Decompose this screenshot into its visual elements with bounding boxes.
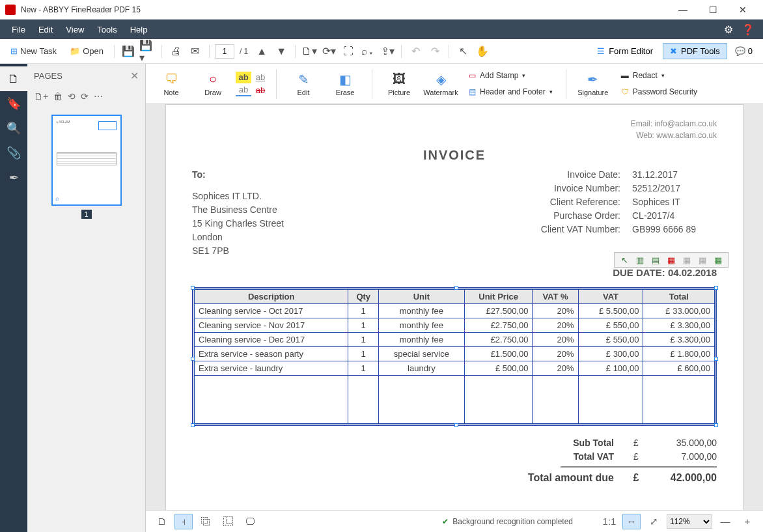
draw-button[interactable]: ○Draw bbox=[194, 66, 232, 102]
next-page-icon[interactable]: ▼ bbox=[273, 43, 290, 60]
watermark-button[interactable]: ◈Watermark bbox=[422, 66, 460, 102]
highlight-group: ab ab ab ab bbox=[236, 72, 268, 96]
table-header: Qty bbox=[348, 290, 379, 304]
zoom-in-icon[interactable]: + bbox=[738, 514, 756, 529]
fit-page-icon[interactable]: ⤢ bbox=[645, 514, 663, 529]
document-canvas[interactable]: Email: info@aclam.co.uk Web: www.aclam.c… bbox=[146, 104, 763, 510]
window-title: New - ABBYY FineReader PDF 15 bbox=[21, 5, 668, 14]
table-selection[interactable]: DescriptionQtyUnitUnit PriceVAT %VATTota… bbox=[192, 287, 717, 426]
signatures-tab-icon[interactable]: ✒ bbox=[0, 165, 27, 190]
table-op2-icon[interactable]: ▦ bbox=[695, 253, 710, 266]
bookmarks-tab-icon[interactable]: 🔖 bbox=[0, 91, 27, 116]
single-page-icon[interactable]: 🗋 bbox=[152, 514, 171, 529]
menubar: File Edit View Tools Help ⚙ ❓ bbox=[0, 20, 763, 39]
contact-info: Email: info@aclam.co.uk Web: www.aclam.c… bbox=[192, 118, 717, 141]
note-button[interactable]: 🗨Note bbox=[152, 66, 190, 102]
invoice-title: INVOICE bbox=[192, 148, 717, 163]
gear-icon[interactable]: ⚙ bbox=[719, 20, 738, 39]
minimize-button[interactable]: — bbox=[668, 0, 698, 20]
table-header: VAT bbox=[578, 290, 643, 304]
select-tool-icon[interactable]: ↖ bbox=[617, 253, 631, 266]
pdf-tools-ribbon: 🗨Note ○Draw ab ab ab ab ✎Edit ◧Erase 🖼Pi… bbox=[146, 64, 763, 104]
table-header: Unit bbox=[378, 290, 464, 304]
pages-tab-icon[interactable]: 🗋 bbox=[0, 66, 27, 91]
zoom-select[interactable]: 112% bbox=[667, 514, 712, 529]
signature-button[interactable]: ✒Signature bbox=[574, 66, 612, 102]
hand-icon[interactable]: ✋ bbox=[474, 43, 491, 60]
split-vertical-icon[interactable]: ▥ bbox=[633, 253, 647, 266]
erase-button[interactable]: ◧Erase bbox=[326, 66, 364, 102]
table-header: VAT % bbox=[533, 290, 578, 304]
maximize-button[interactable]: ☐ bbox=[698, 0, 728, 20]
more-panel-icon[interactable]: ⋯ bbox=[94, 91, 103, 102]
main-toolbar: ⊞New Task 📁Open 💾 💾▾ 🖨 ✉ / 1 ▲ ▼ 🗋▾ ⟳▾ ⛶… bbox=[0, 39, 763, 64]
sidebar-icon-strip: 🗋 🔖 🔍 📎 ✒ bbox=[0, 64, 27, 532]
pages-panel-title: PAGES bbox=[34, 71, 62, 81]
menu-view[interactable]: View bbox=[59, 22, 90, 37]
redact-button[interactable]: ▬Redact▾ bbox=[616, 68, 702, 83]
menu-tools[interactable]: Tools bbox=[90, 22, 123, 37]
table-op-icon[interactable]: ▦ bbox=[680, 253, 694, 266]
table-row: Cleaning service - Oct 20171monthly fee£… bbox=[195, 304, 715, 318]
menu-edit[interactable]: Edit bbox=[32, 22, 59, 37]
edit-button[interactable]: ✎Edit bbox=[284, 66, 322, 102]
merge-cells-icon[interactable]: ▦ bbox=[664, 253, 678, 266]
zoom-out-icon[interactable]: — bbox=[716, 514, 734, 529]
delete-page-panel-icon[interactable]: 🗑 bbox=[53, 91, 62, 102]
highlight-icon[interactable]: ab bbox=[236, 72, 251, 83]
strikethrough-icon[interactable]: ab bbox=[253, 85, 268, 96]
print-icon[interactable]: 🖨 bbox=[167, 43, 184, 60]
mail-icon[interactable]: ✉ bbox=[187, 43, 204, 60]
due-date: DUE DATE: 04.02.2018 bbox=[192, 267, 717, 278]
close-button[interactable]: ✕ bbox=[728, 0, 758, 20]
pointer-icon[interactable]: ↖ bbox=[454, 43, 471, 60]
menu-file[interactable]: File bbox=[5, 22, 32, 37]
double-underline-icon[interactable]: ab bbox=[236, 85, 251, 96]
picture-button[interactable]: 🖼Picture bbox=[380, 66, 418, 102]
export-icon[interactable]: ⇪▾ bbox=[379, 43, 396, 60]
open-button[interactable]: 📁Open bbox=[64, 42, 109, 61]
page-thumbnail-1[interactable]: ♦ ACLAM ⌕ bbox=[51, 115, 122, 206]
ocr-icon[interactable]: ⌕▾ bbox=[359, 43, 376, 60]
prev-page-icon[interactable]: ▲ bbox=[253, 43, 270, 60]
search-tab-icon[interactable]: 🔍 bbox=[0, 116, 27, 141]
attachments-tab-icon[interactable]: 📎 bbox=[0, 141, 27, 165]
to-address: To: Sophices IT LTD. The Business Centre… bbox=[192, 168, 284, 258]
header-footer-button[interactable]: ▤Header and Footer▾ bbox=[464, 84, 558, 100]
help-icon[interactable]: ❓ bbox=[738, 20, 758, 39]
pdf-tools-button[interactable]: ✖PDF Tools bbox=[663, 43, 727, 59]
add-stamp-button[interactable]: ▭Add Stamp▾ bbox=[464, 68, 558, 83]
rotate-left-panel-icon[interactable]: ⟲ bbox=[68, 91, 76, 102]
save-as-icon[interactable]: 💾▾ bbox=[139, 43, 156, 60]
new-task-button[interactable]: ⊞New Task bbox=[5, 42, 62, 61]
add-page-icon[interactable]: 🗋▾ bbox=[301, 43, 318, 60]
form-editor-button[interactable]: ☰Form Editor bbox=[590, 43, 660, 59]
two-continuous-icon[interactable]: ⿺ bbox=[219, 514, 237, 529]
invoice-meta: Invoice Date:31.12.2017 Invoice Number:5… bbox=[541, 168, 717, 258]
menu-help[interactable]: Help bbox=[124, 22, 154, 37]
two-page-icon[interactable]: ⿻ bbox=[197, 514, 215, 529]
rotate-right-panel-icon[interactable]: ⟳ bbox=[81, 91, 89, 102]
underline-icon[interactable]: ab bbox=[253, 72, 268, 83]
split-horizontal-icon[interactable]: ▤ bbox=[648, 253, 663, 266]
close-panel-icon[interactable]: ✕ bbox=[130, 70, 139, 82]
continuous-icon[interactable]: ⫞ bbox=[174, 514, 193, 529]
fit-width-icon[interactable]: ↔ bbox=[622, 514, 641, 529]
password-security-button[interactable]: 🛡Password Security bbox=[616, 84, 702, 100]
comments-button[interactable]: 💬0 bbox=[730, 44, 758, 59]
thumb-number: 1 bbox=[81, 210, 92, 219]
undo-icon[interactable]: ↶ bbox=[407, 43, 424, 60]
crop-icon[interactable]: ⛶ bbox=[340, 43, 357, 60]
redo-icon[interactable]: ↷ bbox=[426, 43, 443, 60]
fullscreen-icon[interactable]: 🖵 bbox=[241, 514, 259, 529]
table-type-icon[interactable]: ▦ bbox=[711, 253, 725, 266]
page-input[interactable] bbox=[215, 44, 234, 59]
table-row: Cleaning service - Dec 20171monthly fee£… bbox=[195, 333, 715, 347]
rotate-icon[interactable]: ⟳▾ bbox=[320, 43, 337, 60]
ocr-badge-icon: ⌕ bbox=[55, 195, 59, 202]
add-page-panel-icon[interactable]: 🗋+ bbox=[34, 91, 48, 102]
app-icon bbox=[5, 5, 16, 15]
save-icon[interactable]: 💾 bbox=[120, 43, 137, 60]
actual-size-icon[interactable]: 1:1 bbox=[600, 514, 618, 529]
table-header: Total bbox=[643, 290, 715, 304]
